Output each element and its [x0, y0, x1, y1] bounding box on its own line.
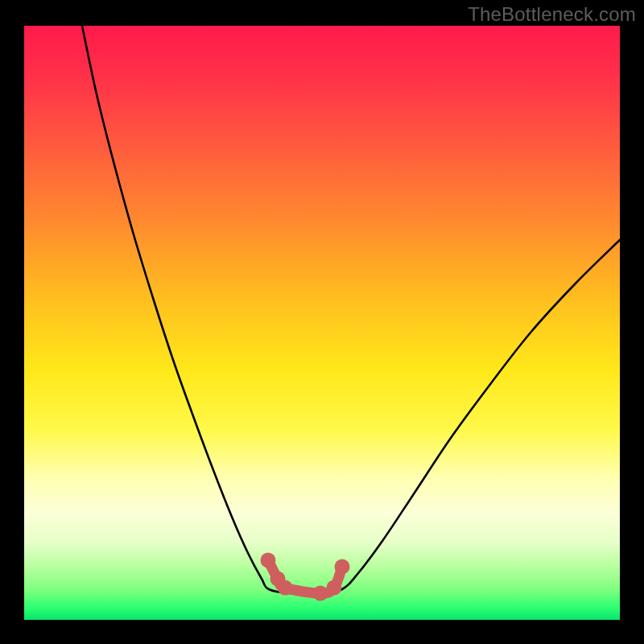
valley-dot — [327, 580, 342, 596]
bottleneck-curve — [82, 26, 620, 594]
chart-frame: TheBottleneck.com — [0, 0, 644, 644]
watermark-label: TheBottleneck.com — [468, 3, 636, 26]
valley-dot — [313, 586, 328, 601]
valley-dot — [335, 559, 350, 575]
valley-dot — [261, 553, 276, 568]
valley-dot — [278, 580, 293, 596]
curve-overlay — [24, 26, 620, 620]
plot-area — [24, 26, 620, 620]
